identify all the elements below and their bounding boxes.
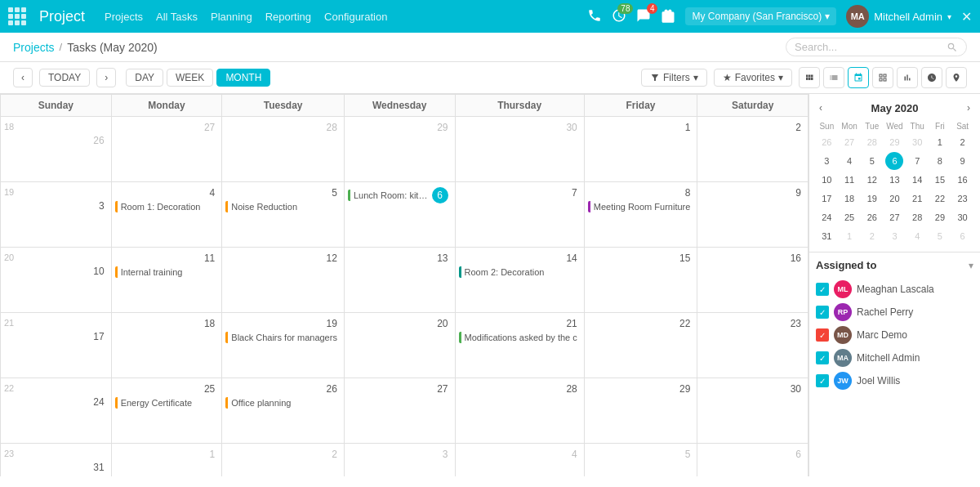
assigned-to-expand[interactable]: ▾ xyxy=(969,260,973,271)
map-view-button[interactable] xyxy=(946,67,967,88)
mini-day[interactable]: 15 xyxy=(931,171,949,189)
cal-cell[interactable]: 4Room 1: Decoration xyxy=(112,182,223,248)
cal-cell[interactable]: 19Black Chairs for managers xyxy=(222,313,345,378)
assigned-checkbox[interactable]: ✓ xyxy=(816,374,829,387)
kanban-view-button[interactable] xyxy=(799,67,820,88)
mini-day[interactable]: 29 xyxy=(885,133,903,151)
cal-cell[interactable]: 27 xyxy=(345,378,456,444)
month-view-button[interactable]: MONTH xyxy=(216,69,270,87)
task-item[interactable]: Internal training xyxy=(115,266,219,278)
mini-day[interactable]: 27 xyxy=(885,208,903,226)
cal-cell[interactable]: 30 xyxy=(697,378,808,444)
mini-day[interactable]: 4 xyxy=(908,227,926,245)
cal-cell[interactable]: 22 xyxy=(585,313,698,378)
mini-day[interactable]: 31 xyxy=(817,227,835,245)
cal-cell[interactable]: 4 xyxy=(456,444,585,476)
mini-day[interactable]: 9 xyxy=(954,152,972,170)
nav-configuration[interactable]: Configuration xyxy=(324,11,387,23)
filters-button[interactable]: Filters ▾ xyxy=(641,69,707,87)
cal-cell[interactable]: 26Office planning xyxy=(222,378,345,444)
mini-day[interactable]: 4 xyxy=(840,152,858,170)
cal-cell[interactable]: 11Internal training xyxy=(112,248,223,313)
task-item[interactable]: Black Chairs for managers xyxy=(225,332,341,343)
cal-cell[interactable]: 6 xyxy=(697,444,808,476)
mini-day[interactable]: 8 xyxy=(931,152,949,170)
gift-icon-wrap[interactable] xyxy=(661,8,675,25)
cal-cell[interactable]: 23 xyxy=(697,313,808,378)
mini-day[interactable]: 6 xyxy=(954,227,972,245)
cal-cell[interactable]: 193 xyxy=(1,182,112,248)
nav-all-tasks[interactable]: All Tasks xyxy=(156,11,198,23)
cal-cell[interactable]: 2 xyxy=(697,117,808,182)
user-menu[interactable]: MA Mitchell Admin ▾ xyxy=(846,5,951,28)
search-box[interactable] xyxy=(786,38,967,56)
mini-day[interactable]: 11 xyxy=(840,171,858,189)
assigned-checkbox[interactable]: ✓ xyxy=(816,351,829,364)
mini-day[interactable]: 7 xyxy=(908,152,926,170)
mini-day[interactable]: 23 xyxy=(954,190,972,208)
mini-day[interactable]: 5 xyxy=(863,152,881,170)
mini-day[interactable]: 10 xyxy=(817,171,835,189)
task-item[interactable]: Meeting Room Furniture xyxy=(588,201,694,212)
mini-day[interactable]: 5 xyxy=(931,227,949,245)
timer-icon-wrap[interactable]: 78 xyxy=(612,8,626,25)
cal-cell[interactable]: 13 xyxy=(345,248,456,313)
task-item[interactable]: Modifications asked by the c xyxy=(459,332,581,343)
mini-day[interactable]: 2 xyxy=(954,133,972,151)
nav-reporting[interactable]: Reporting xyxy=(265,11,311,23)
cal-cell[interactable]: 2331 xyxy=(1,444,112,476)
favorites-button[interactable]: ★ Favorites ▾ xyxy=(714,69,792,87)
cal-cell[interactable]: 30 xyxy=(456,117,585,182)
mini-day[interactable]: 2 xyxy=(863,227,881,245)
mini-day[interactable]: 28 xyxy=(863,133,881,151)
nav-planning[interactable]: Planning xyxy=(211,11,252,23)
assigned-item-mitchell[interactable]: ✓ MA Mitchell Admin xyxy=(816,346,973,369)
mini-day[interactable]: 21 xyxy=(908,190,926,208)
mini-day[interactable]: 25 xyxy=(840,208,858,226)
mini-day[interactable]: 30 xyxy=(954,208,972,226)
cal-cell[interactable]: 12 xyxy=(222,248,345,313)
cal-cell[interactable]: 2224 xyxy=(1,378,112,444)
assigned-item-meaghan[interactable]: ✓ ML Meaghan Lascala xyxy=(816,278,973,301)
mini-day[interactable]: 28 xyxy=(908,208,926,226)
calendar-view-button[interactable] xyxy=(848,67,869,88)
mini-day[interactable]: 1 xyxy=(840,227,858,245)
task-item[interactable]: Lunch Room: kitchen xyxy=(348,190,432,201)
task-item[interactable]: Room 1: Decoration xyxy=(115,201,219,212)
day-view-button[interactable]: DAY xyxy=(126,69,163,87)
cal-cell[interactable]: 2010 xyxy=(1,248,112,313)
cal-cell[interactable]: 1826 xyxy=(1,117,112,182)
search-input[interactable] xyxy=(795,41,942,53)
mini-day[interactable]: 26 xyxy=(863,208,881,226)
list-view-button[interactable] xyxy=(823,67,844,88)
cal-cell[interactable]: 27 xyxy=(112,117,223,182)
assigned-checkbox[interactable]: ✓ xyxy=(816,306,829,319)
mini-day[interactable]: 16 xyxy=(954,171,972,189)
next-button[interactable]: › xyxy=(96,68,116,87)
mini-day[interactable]: 24 xyxy=(817,208,835,226)
mini-day[interactable]: 3 xyxy=(885,227,903,245)
cal-cell[interactable]: 1 xyxy=(112,444,223,476)
mini-day[interactable]: 22 xyxy=(931,190,949,208)
phone-icon-wrap[interactable] xyxy=(587,8,602,25)
cal-cell[interactable]: 1 xyxy=(585,117,698,182)
cal-cell[interactable]: 21Modifications asked by the c xyxy=(456,313,585,378)
cal-cell[interactable]: 3 xyxy=(345,444,456,476)
mini-day[interactable]: 12 xyxy=(863,171,881,189)
chat-icon-wrap[interactable]: 4 xyxy=(636,8,651,25)
assigned-checkbox[interactable]: ✓ xyxy=(816,328,829,342)
mini-day[interactable]: 19 xyxy=(863,190,881,208)
cal-cell[interactable]: 9 xyxy=(697,182,808,248)
prev-button[interactable]: ‹ xyxy=(13,68,33,87)
cal-cell[interactable]: 6Lunch Room: kitchen xyxy=(345,182,456,248)
mini-day[interactable]: 14 xyxy=(908,171,926,189)
task-item[interactable]: Energy Certificate xyxy=(115,397,219,409)
company-selector[interactable]: My Company (San Francisco) ▾ xyxy=(685,7,836,25)
mini-day[interactable]: 1 xyxy=(931,133,949,151)
cal-cell[interactable]: 18 xyxy=(112,313,223,378)
mini-day[interactable]: 26 xyxy=(817,133,835,151)
app-grid-icon[interactable] xyxy=(8,7,26,25)
cal-cell[interactable]: 16 xyxy=(697,248,808,313)
assigned-checkbox[interactable]: ✓ xyxy=(816,283,829,296)
assigned-item-rachel[interactable]: ✓ RP Rachel Perry xyxy=(816,301,973,324)
